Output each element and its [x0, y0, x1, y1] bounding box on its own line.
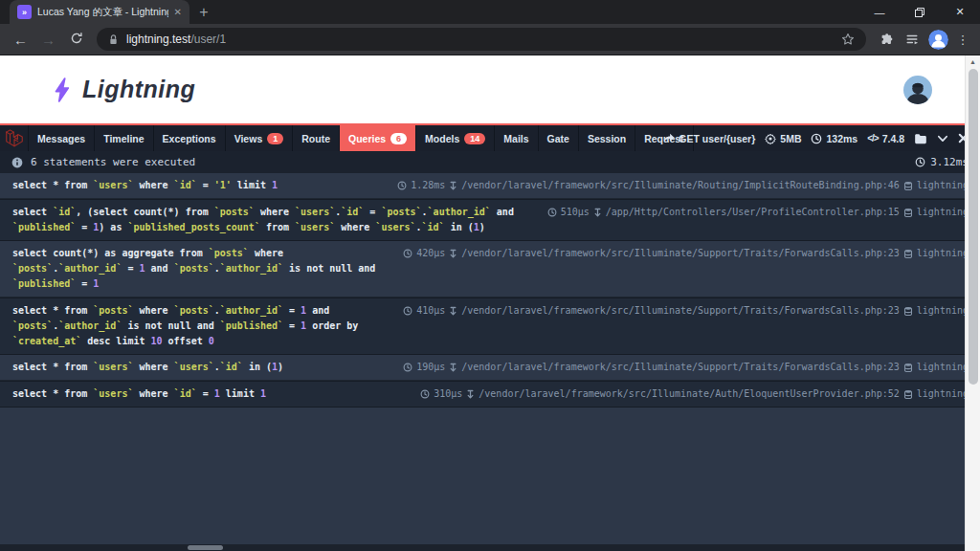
query-time: 310µs — [434, 386, 462, 402]
clock-icon — [420, 389, 430, 399]
arrow-down-icon — [449, 181, 457, 191]
query-row[interactable]: select * from `users` where `users`.`id`… — [0, 355, 980, 381]
horizontal-scrollbar-thumb[interactable] — [188, 545, 223, 550]
debugbar-tab-session[interactable]: Session — [579, 125, 635, 151]
tab-label: Timeline — [103, 133, 144, 144]
query-meta: 510µs/app/Http/Controllers/User/ProfileC… — [547, 205, 969, 220]
address-bar[interactable]: lightning.test/user/1 — [97, 28, 866, 51]
chevron-down-icon — [937, 134, 948, 143]
query-time: 510µs — [561, 205, 590, 220]
lightning-favicon-icon: » — [17, 5, 32, 19]
bookmark-star-icon[interactable] — [841, 33, 855, 46]
debugbar-tab-exceptions[interactable]: Exceptions — [154, 125, 226, 151]
puzzle-icon — [880, 33, 893, 46]
folder-icon — [914, 133, 927, 144]
reading-list-icon — [905, 33, 919, 46]
brand-link[interactable]: Lightning — [53, 76, 195, 103]
query-row[interactable]: select * from `posts` where `posts`.`aut… — [0, 298, 980, 355]
brand-name: Lightning — [82, 76, 195, 103]
query-row[interactable]: select * from `users` where `id` = '1' l… — [0, 173, 980, 199]
vertical-scrollbar[interactable]: ▲ — [965, 55, 980, 551]
debugbar-tabs: MessagesTimelineExceptionsViews1RouteQue… — [29, 125, 656, 151]
query-time: 1.28ms — [411, 178, 445, 193]
query-meta: 310µs/vendor/laravel/framework/src/Illum… — [420, 386, 969, 402]
browser-tab[interactable]: » Lucas Yang 的文章 - Lightning ✕ — [10, 0, 189, 24]
php-version-info: </> 7.4.8 — [867, 133, 904, 144]
sql-text: select * from `posts` where `posts`.`aut… — [12, 303, 403, 349]
tab-label: Queries — [348, 133, 386, 144]
collapse-button[interactable] — [937, 134, 948, 143]
query-file: /vendor/laravel/framework/src/Illuminate… — [461, 178, 900, 193]
forward-button[interactable]: → — [35, 32, 61, 48]
lock-icon — [108, 33, 119, 46]
arrow-down-icon — [449, 249, 457, 259]
clock-icon — [811, 133, 822, 144]
reading-list-button[interactable] — [900, 33, 924, 46]
new-tab-button[interactable]: + — [189, 0, 218, 24]
arrow-down-icon — [449, 306, 457, 317]
browser-profile-avatar[interactable] — [928, 30, 948, 50]
browser-tab-strip: » Lucas Yang 的文章 - Lightning ✕ + — ✕ — [0, 0, 980, 24]
vertical-scrollbar-thumb[interactable] — [969, 69, 978, 385]
user-avatar[interactable] — [903, 76, 932, 104]
tab-label: Exceptions — [163, 133, 216, 144]
queries-panel: select * from `users` where `id` = '1' l… — [0, 173, 980, 408]
user-photo — [903, 76, 932, 104]
tab-count-badge: 6 — [390, 133, 407, 144]
debugbar-tab-mails[interactable]: Mails — [495, 125, 538, 151]
debugbar-tab-gate[interactable]: Gate — [539, 125, 579, 151]
tab-label: Route — [301, 133, 330, 144]
connection-name: lightning — [917, 386, 969, 402]
horizontal-scrollbar[interactable] — [0, 544, 965, 551]
duration-info: 132ms — [811, 133, 858, 144]
info-icon — [11, 157, 23, 168]
page: Lightning MessagesTimelineExceptionsView… — [0, 55, 980, 551]
debugbar-tab-views[interactable]: Views1 — [226, 125, 294, 151]
query-file: /app/Http/Controllers/User/ProfileContro… — [606, 205, 900, 220]
scroll-up-arrow-icon[interactable]: ▲ — [966, 55, 980, 68]
restore-icon — [915, 8, 924, 17]
plus-icon: + — [199, 4, 208, 21]
query-row[interactable]: select * from `users` where `id` = 1 lim… — [0, 381, 980, 408]
back-button[interactable]: ← — [8, 32, 33, 48]
database-icon — [903, 208, 913, 218]
database-icon — [903, 249, 913, 259]
query-row[interactable]: select `id`, (select count(*) from `post… — [0, 199, 980, 241]
debugbar-tab-messages[interactable]: Messages — [29, 125, 95, 151]
debugbar-tab-queries[interactable]: Queries6 — [340, 125, 416, 151]
close-window-button[interactable]: ✕ — [940, 0, 980, 24]
extensions-button[interactable] — [874, 33, 898, 46]
sql-text: select count(*) as aggregate from `posts… — [12, 246, 403, 292]
query-time: 420µs — [416, 246, 445, 261]
lightning-bolt-icon — [53, 77, 72, 102]
debugbar-tab-route[interactable]: Route — [293, 125, 340, 151]
debugbar-tab-models[interactable]: Models14 — [416, 125, 495, 151]
tab-label: Models — [425, 133, 459, 144]
browser-menu-button[interactable]: ⋮ — [953, 33, 972, 47]
database-icon — [903, 181, 913, 191]
clock-icon — [403, 249, 412, 258]
debugbar-tab-timeline[interactable]: Timeline — [95, 125, 153, 151]
statusbar-message: 6 statements were executed — [31, 156, 195, 168]
connection-name: lightning — [917, 246, 969, 261]
clock-icon — [397, 181, 407, 190]
tab-label: Session — [588, 133, 626, 144]
reload-button[interactable] — [63, 32, 89, 48]
laravel-logo-icon[interactable] — [0, 125, 29, 151]
queries-statusbar: 6 statements were executed 3.12ms — [0, 151, 980, 173]
sql-text: select * from `users` where `users`.`id`… — [12, 360, 403, 375]
reload-icon — [70, 32, 83, 45]
arrow-down-icon — [449, 363, 457, 373]
query-meta: 420µs/vendor/laravel/framework/src/Illum… — [403, 246, 969, 261]
tab-label: Messages — [37, 133, 85, 144]
query-row[interactable]: select count(*) as aggregate from `posts… — [0, 241, 980, 298]
sql-text: select * from `users` where `id` = 1 lim… — [12, 386, 420, 402]
connection-name: lightning — [917, 205, 969, 220]
total-query-time: 3.12ms — [915, 156, 969, 168]
folder-button[interactable] — [914, 133, 927, 144]
restore-button[interactable] — [900, 0, 940, 24]
tab-close-icon[interactable]: ✕ — [174, 7, 182, 17]
tab-label: Views — [234, 133, 263, 144]
minimize-button[interactable]: — — [859, 0, 900, 24]
arrow-down-icon — [593, 208, 602, 218]
